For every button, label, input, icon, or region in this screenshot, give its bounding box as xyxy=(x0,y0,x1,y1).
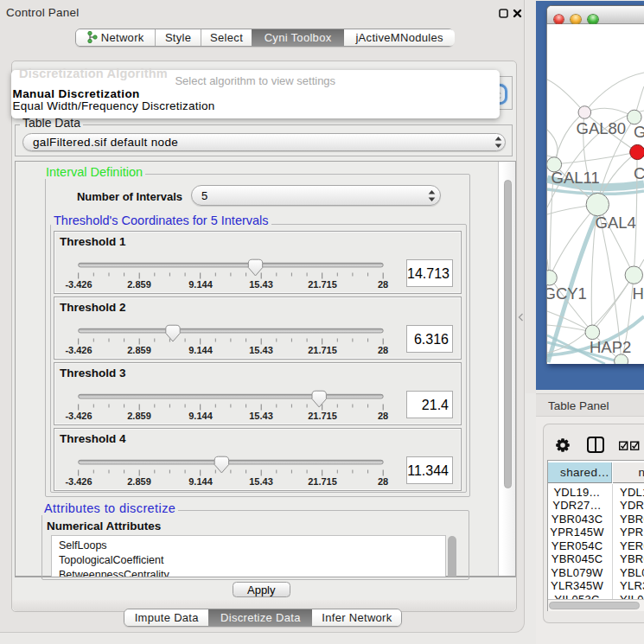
svg-text:GAL11: GAL11 xyxy=(552,169,600,187)
svg-text:GCY1: GCY1 xyxy=(544,284,587,303)
svg-text:HAP2: HAP2 xyxy=(590,338,631,356)
svg-text:H: H xyxy=(633,284,644,303)
svg-text:GAL4: GAL4 xyxy=(596,214,636,232)
svg-text:GAL80: GAL80 xyxy=(577,119,627,137)
svg-text:G.: G. xyxy=(634,123,644,141)
svg-text:C: C xyxy=(634,164,644,182)
